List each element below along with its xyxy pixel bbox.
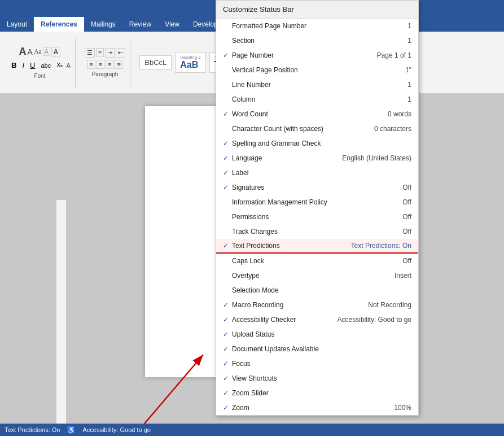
align-left-btn[interactable]: ≡ [87, 60, 95, 69]
tab-review[interactable]: Review [122, 17, 158, 32]
label-character-count: Character Count (with spaces) [232, 125, 374, 133]
menu-item-caps-lock[interactable]: Caps LockOff [216, 254, 418, 268]
checkmark-text-predictions: ✓ [223, 242, 232, 250]
outdent-btn[interactable]: ⇤ [116, 48, 125, 58]
value-formatted-page-number: 1 [407, 22, 411, 30]
menu-item-section[interactable]: Section1 [216, 33, 418, 48]
menu-item-selection-mode[interactable]: Selection Mode [216, 283, 418, 298]
font-size-increase[interactable]: A [19, 46, 27, 58]
menu-item-permissions[interactable]: PermissionsOff [216, 210, 418, 224]
label-signatures: Signatures [232, 184, 402, 191]
menu-item-label[interactable]: ✓Label [216, 165, 418, 180]
value-track-changes: Off [402, 228, 411, 236]
menu-item-doc-updates[interactable]: ✓Document Updates Available [216, 342, 418, 356]
label-word-count: Word Count [232, 110, 388, 118]
checkmark-zoom: ✓ [223, 404, 232, 412]
bold-btn[interactable]: B [9, 60, 19, 71]
italic-btn[interactable]: I [20, 60, 27, 71]
styles-section: Heading 2 AaB [175, 52, 205, 73]
menu-item-page-number[interactable]: ✓Page NumberPage 1 of 1 [216, 48, 418, 63]
menu-items-container: Formatted Page Number1Section1✓Page Numb… [216, 19, 418, 415]
checkmark-spelling-grammar: ✓ [223, 139, 232, 147]
menu-item-signatures[interactable]: ✓SignaturesOff [216, 180, 418, 195]
menu-item-text-predictions[interactable]: ✓Text PredictionsText Predictions: On [216, 239, 418, 254]
value-line-number: 1 [407, 81, 411, 89]
checkmark-signatures: ✓ [223, 184, 232, 191]
menu-item-accessibility-checker[interactable]: ✓Accessibility CheckerAccessibility: Goo… [216, 312, 418, 327]
menu-item-zoom-slider[interactable]: ✓Zoom Slider [216, 386, 418, 400]
label-page-number: Page Number [232, 51, 377, 59]
menu-item-view-shortcuts[interactable]: ✓View Shortcuts [216, 371, 418, 386]
label-doc-updates: Document Updates Available [232, 345, 411, 353]
label-macro-recording: Macro Recording [232, 301, 368, 309]
font-aa[interactable]: Aa [34, 47, 42, 56]
label-formatted-page-number: Formatted Page Number [232, 22, 407, 30]
paragraph-group: ☰ ≡ ⇥ ⇤ ≡ ≡ ≡ ≡ Paragraph [80, 37, 130, 88]
value-vertical-page-position: 1" [405, 66, 411, 74]
menu-item-spelling-grammar[interactable]: ✓Spelling and Grammar Check [216, 136, 418, 151]
accessibility-icon: ♿ [67, 426, 76, 434]
font-special[interactable]: A [43, 47, 50, 56]
menu-item-character-count[interactable]: Character Count (with spaces)0 character… [216, 121, 418, 136]
status-accessibility: Accessibility: Good to go [82, 426, 150, 433]
menu-item-info-mgmt[interactable]: Information Management PolicyOff [216, 195, 418, 210]
tab-mailings[interactable]: Mailings [84, 17, 122, 32]
label-selection-mode: Selection Mode [232, 286, 411, 294]
ordered-list-btn[interactable]: ≡ [96, 48, 104, 57]
checkmark-upload-status: ✓ [223, 330, 232, 338]
label-upload-status: Upload Status [232, 330, 411, 338]
label-zoom: Zoom [232, 404, 394, 412]
font-buttons: A A Aa A A [19, 46, 61, 58]
label-spelling-grammar: Spelling and Grammar Check [232, 139, 411, 147]
align-right-btn[interactable]: ≡ [106, 60, 113, 69]
heading2-label: Heading 2 [180, 55, 200, 60]
dropdown-title: Customize Status Bar [216, 1, 418, 19]
style-normal[interactable]: BbCcL [139, 55, 172, 69]
font-color-btn[interactable]: A [67, 62, 71, 69]
menu-item-language[interactable]: ✓LanguageEnglish (United States) [216, 151, 418, 165]
checkmark-zoom-slider: ✓ [223, 389, 232, 397]
underline-btn[interactable]: U [28, 60, 37, 71]
checkmark-view-shortcuts: ✓ [223, 374, 232, 382]
label-permissions: Permissions [232, 213, 402, 221]
tab-view[interactable]: View [158, 17, 186, 32]
tab-references[interactable]: References [34, 17, 84, 32]
font-format-buttons: B I U abc X₂ A [9, 60, 71, 71]
paragraph-group-label: Paragraph [92, 71, 119, 77]
menu-item-line-number[interactable]: Line Number1 [216, 77, 418, 92]
label-section: Section [232, 37, 407, 45]
label-overtype: Overtype [232, 272, 395, 280]
menu-item-macro-recording[interactable]: ✓Macro RecordingNot Recording [216, 298, 418, 312]
status-accessibility-icon: ♿ [67, 426, 76, 434]
tab-layout[interactable]: Layout [0, 17, 34, 32]
strikethrough-btn[interactable]: abc [38, 61, 53, 70]
font-clear[interactable]: A [51, 47, 61, 57]
list-btn[interactable]: ☰ [85, 48, 95, 58]
menu-item-focus[interactable]: ✓Focus [216, 356, 418, 371]
menu-item-vertical-page-position[interactable]: Vertical Page Position1" [216, 63, 418, 77]
menu-item-zoom[interactable]: ✓Zoom100% [216, 400, 418, 415]
menu-item-upload-status[interactable]: ✓Upload Status [216, 327, 418, 342]
label-label: Label [232, 169, 411, 177]
value-column: 1 [407, 95, 411, 103]
status-text-predictions: Text Predictions: On [5, 426, 60, 433]
indent-btn[interactable]: ⇥ [105, 48, 115, 58]
paragraph-buttons: ☰ ≡ ⇥ ⇤ [85, 48, 125, 58]
label-accessibility-checker: Accessibility Checker [232, 316, 338, 324]
menu-item-formatted-page-number[interactable]: Formatted Page Number1 [216, 19, 418, 33]
font-size-decrease[interactable]: A [28, 47, 33, 56]
label-line-number: Line Number [232, 81, 407, 89]
subscript-btn[interactable]: X₂ [54, 60, 65, 70]
menu-item-word-count[interactable]: ✓Word Count0 words [216, 107, 418, 121]
checkmark-accessibility-checker: ✓ [223, 316, 232, 324]
checkmark-language: ✓ [223, 154, 232, 162]
menu-item-overtype[interactable]: OvertypeInsert [216, 268, 418, 283]
justify-btn[interactable]: ≡ [115, 60, 122, 69]
heading1-style[interactable]: AaB [180, 60, 200, 70]
value-language: English (United States) [342, 154, 411, 162]
align-center-btn[interactable]: ≡ [97, 60, 104, 69]
menu-item-column[interactable]: Column1 [216, 92, 418, 107]
menu-item-track-changes[interactable]: Track ChangesOff [216, 224, 418, 239]
value-signatures: Off [402, 184, 411, 191]
value-accessibility-checker: Accessibility: Good to go [338, 316, 411, 324]
